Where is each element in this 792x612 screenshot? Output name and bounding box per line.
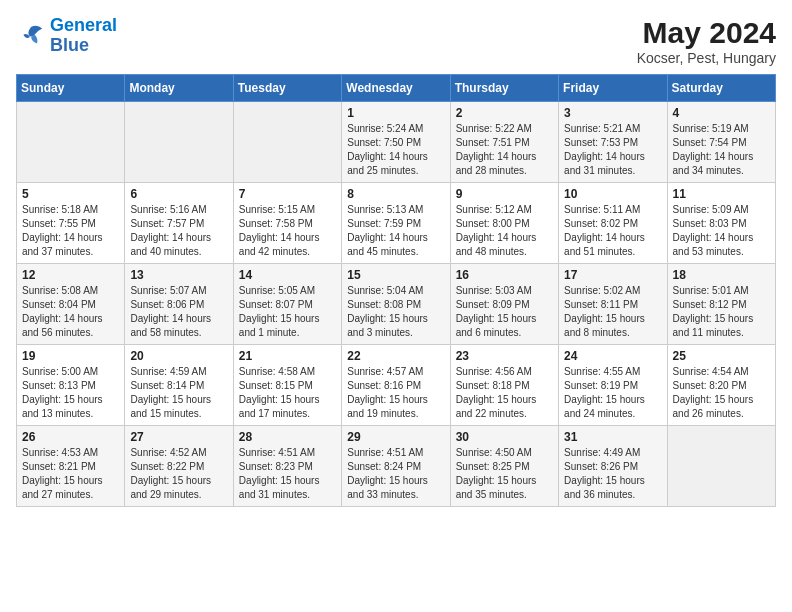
calendar-cell: 12Sunrise: 5:08 AM Sunset: 8:04 PM Dayli… — [17, 264, 125, 345]
logo-text: General Blue — [50, 16, 117, 56]
day-number: 4 — [673, 106, 770, 120]
header-day-wednesday: Wednesday — [342, 75, 450, 102]
day-number: 10 — [564, 187, 661, 201]
header-day-monday: Monday — [125, 75, 233, 102]
calendar-cell: 10Sunrise: 5:11 AM Sunset: 8:02 PM Dayli… — [559, 183, 667, 264]
day-info: Sunrise: 4:56 AM Sunset: 8:18 PM Dayligh… — [456, 365, 553, 421]
calendar-cell: 3Sunrise: 5:21 AM Sunset: 7:53 PM Daylig… — [559, 102, 667, 183]
day-number: 20 — [130, 349, 227, 363]
calendar-cell: 16Sunrise: 5:03 AM Sunset: 8:09 PM Dayli… — [450, 264, 558, 345]
day-number: 16 — [456, 268, 553, 282]
day-number: 14 — [239, 268, 336, 282]
calendar-cell: 13Sunrise: 5:07 AM Sunset: 8:06 PM Dayli… — [125, 264, 233, 345]
header-day-sunday: Sunday — [17, 75, 125, 102]
day-number: 31 — [564, 430, 661, 444]
day-info: Sunrise: 4:58 AM Sunset: 8:15 PM Dayligh… — [239, 365, 336, 421]
day-info: Sunrise: 4:51 AM Sunset: 8:23 PM Dayligh… — [239, 446, 336, 502]
calendar-cell: 20Sunrise: 4:59 AM Sunset: 8:14 PM Dayli… — [125, 345, 233, 426]
day-info: Sunrise: 5:00 AM Sunset: 8:13 PM Dayligh… — [22, 365, 119, 421]
day-number: 7 — [239, 187, 336, 201]
calendar-cell: 22Sunrise: 4:57 AM Sunset: 8:16 PM Dayli… — [342, 345, 450, 426]
calendar-cell: 4Sunrise: 5:19 AM Sunset: 7:54 PM Daylig… — [667, 102, 775, 183]
calendar-subtitle: Kocser, Pest, Hungary — [637, 50, 776, 66]
calendar-cell: 24Sunrise: 4:55 AM Sunset: 8:19 PM Dayli… — [559, 345, 667, 426]
week-row-2: 5Sunrise: 5:18 AM Sunset: 7:55 PM Daylig… — [17, 183, 776, 264]
day-number: 21 — [239, 349, 336, 363]
calendar-cell — [17, 102, 125, 183]
day-info: Sunrise: 4:50 AM Sunset: 8:25 PM Dayligh… — [456, 446, 553, 502]
logo-general: General — [50, 15, 117, 35]
logo-bird-icon — [16, 21, 46, 51]
calendar-cell: 14Sunrise: 5:05 AM Sunset: 8:07 PM Dayli… — [233, 264, 341, 345]
calendar-cell — [233, 102, 341, 183]
day-number: 19 — [22, 349, 119, 363]
day-number: 17 — [564, 268, 661, 282]
title-block: May 2024 Kocser, Pest, Hungary — [637, 16, 776, 66]
header-day-tuesday: Tuesday — [233, 75, 341, 102]
day-info: Sunrise: 5:09 AM Sunset: 8:03 PM Dayligh… — [673, 203, 770, 259]
day-info: Sunrise: 5:16 AM Sunset: 7:57 PM Dayligh… — [130, 203, 227, 259]
day-number: 12 — [22, 268, 119, 282]
day-number: 24 — [564, 349, 661, 363]
calendar-cell: 26Sunrise: 4:53 AM Sunset: 8:21 PM Dayli… — [17, 426, 125, 507]
day-number: 15 — [347, 268, 444, 282]
day-info: Sunrise: 4:51 AM Sunset: 8:24 PM Dayligh… — [347, 446, 444, 502]
day-number: 22 — [347, 349, 444, 363]
day-info: Sunrise: 4:53 AM Sunset: 8:21 PM Dayligh… — [22, 446, 119, 502]
calendar-cell: 15Sunrise: 5:04 AM Sunset: 8:08 PM Dayli… — [342, 264, 450, 345]
calendar-cell: 11Sunrise: 5:09 AM Sunset: 8:03 PM Dayli… — [667, 183, 775, 264]
calendar-cell: 5Sunrise: 5:18 AM Sunset: 7:55 PM Daylig… — [17, 183, 125, 264]
day-number: 23 — [456, 349, 553, 363]
week-row-1: 1Sunrise: 5:24 AM Sunset: 7:50 PM Daylig… — [17, 102, 776, 183]
day-info: Sunrise: 5:01 AM Sunset: 8:12 PM Dayligh… — [673, 284, 770, 340]
day-number: 25 — [673, 349, 770, 363]
calendar-cell: 25Sunrise: 4:54 AM Sunset: 8:20 PM Dayli… — [667, 345, 775, 426]
header-row: SundayMondayTuesdayWednesdayThursdayFrid… — [17, 75, 776, 102]
day-info: Sunrise: 5:03 AM Sunset: 8:09 PM Dayligh… — [456, 284, 553, 340]
calendar-cell — [667, 426, 775, 507]
header-day-friday: Friday — [559, 75, 667, 102]
calendar-cell: 9Sunrise: 5:12 AM Sunset: 8:00 PM Daylig… — [450, 183, 558, 264]
day-number: 2 — [456, 106, 553, 120]
calendar-cell: 19Sunrise: 5:00 AM Sunset: 8:13 PM Dayli… — [17, 345, 125, 426]
day-number: 6 — [130, 187, 227, 201]
calendar-cell — [125, 102, 233, 183]
calendar-cell: 2Sunrise: 5:22 AM Sunset: 7:51 PM Daylig… — [450, 102, 558, 183]
day-info: Sunrise: 5:24 AM Sunset: 7:50 PM Dayligh… — [347, 122, 444, 178]
day-info: Sunrise: 5:19 AM Sunset: 7:54 PM Dayligh… — [673, 122, 770, 178]
calendar-cell: 30Sunrise: 4:50 AM Sunset: 8:25 PM Dayli… — [450, 426, 558, 507]
day-info: Sunrise: 5:05 AM Sunset: 8:07 PM Dayligh… — [239, 284, 336, 340]
day-info: Sunrise: 4:54 AM Sunset: 8:20 PM Dayligh… — [673, 365, 770, 421]
week-row-3: 12Sunrise: 5:08 AM Sunset: 8:04 PM Dayli… — [17, 264, 776, 345]
day-number: 18 — [673, 268, 770, 282]
calendar-cell: 1Sunrise: 5:24 AM Sunset: 7:50 PM Daylig… — [342, 102, 450, 183]
header-day-saturday: Saturday — [667, 75, 775, 102]
day-info: Sunrise: 5:11 AM Sunset: 8:02 PM Dayligh… — [564, 203, 661, 259]
day-info: Sunrise: 5:13 AM Sunset: 7:59 PM Dayligh… — [347, 203, 444, 259]
calendar-cell: 21Sunrise: 4:58 AM Sunset: 8:15 PM Dayli… — [233, 345, 341, 426]
day-info: Sunrise: 5:18 AM Sunset: 7:55 PM Dayligh… — [22, 203, 119, 259]
week-row-5: 26Sunrise: 4:53 AM Sunset: 8:21 PM Dayli… — [17, 426, 776, 507]
calendar-cell: 28Sunrise: 4:51 AM Sunset: 8:23 PM Dayli… — [233, 426, 341, 507]
week-row-4: 19Sunrise: 5:00 AM Sunset: 8:13 PM Dayli… — [17, 345, 776, 426]
day-info: Sunrise: 5:12 AM Sunset: 8:00 PM Dayligh… — [456, 203, 553, 259]
calendar-cell: 23Sunrise: 4:56 AM Sunset: 8:18 PM Dayli… — [450, 345, 558, 426]
calendar-cell: 17Sunrise: 5:02 AM Sunset: 8:11 PM Dayli… — [559, 264, 667, 345]
day-number: 30 — [456, 430, 553, 444]
calendar-cell: 7Sunrise: 5:15 AM Sunset: 7:58 PM Daylig… — [233, 183, 341, 264]
day-number: 28 — [239, 430, 336, 444]
day-number: 26 — [22, 430, 119, 444]
day-number: 29 — [347, 430, 444, 444]
calendar-table: SundayMondayTuesdayWednesdayThursdayFrid… — [16, 74, 776, 507]
calendar-cell: 6Sunrise: 5:16 AM Sunset: 7:57 PM Daylig… — [125, 183, 233, 264]
logo: General Blue — [16, 16, 117, 56]
calendar-cell: 31Sunrise: 4:49 AM Sunset: 8:26 PM Dayli… — [559, 426, 667, 507]
day-info: Sunrise: 5:07 AM Sunset: 8:06 PM Dayligh… — [130, 284, 227, 340]
day-info: Sunrise: 5:08 AM Sunset: 8:04 PM Dayligh… — [22, 284, 119, 340]
day-number: 9 — [456, 187, 553, 201]
day-number: 5 — [22, 187, 119, 201]
day-info: Sunrise: 5:22 AM Sunset: 7:51 PM Dayligh… — [456, 122, 553, 178]
calendar-cell: 27Sunrise: 4:52 AM Sunset: 8:22 PM Dayli… — [125, 426, 233, 507]
day-info: Sunrise: 5:21 AM Sunset: 7:53 PM Dayligh… — [564, 122, 661, 178]
day-number: 3 — [564, 106, 661, 120]
